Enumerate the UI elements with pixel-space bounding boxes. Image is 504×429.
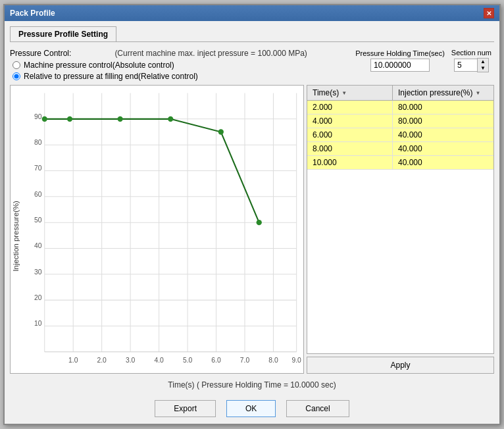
right-panel: Time(s) ▼ Injection pressure(%) ▼ 2.0008… <box>307 85 494 374</box>
cell-pressure: 40.000 <box>393 128 493 141</box>
spinner-down[interactable]: ▼ <box>478 65 488 72</box>
table-body: 2.00080.0004.00080.0006.00040.0008.00040… <box>307 101 493 353</box>
radio-relative[interactable]: Relative to pressure at filling end(Rela… <box>13 72 307 81</box>
svg-text:20: 20 <box>34 294 42 301</box>
chart-point <box>168 116 173 122</box>
pressure-control-label: Pressure Control: <box>10 49 71 58</box>
chart-svg: Injection pressure(%) <box>11 86 303 373</box>
svg-text:8.0: 8.0 <box>268 357 278 364</box>
svg-text:Injection pressure(%): Injection pressure(%) <box>12 201 20 272</box>
table-row[interactable]: 4.00080.000 <box>307 114 493 128</box>
pressure-control-section: Pressure Control: (Current machine max. … <box>10 49 307 81</box>
radio-absolute-input[interactable] <box>13 61 20 69</box>
cell-pressure: 40.000 <box>393 142 493 155</box>
svg-text:30: 30 <box>34 268 42 276</box>
section-num-input[interactable] <box>454 59 478 72</box>
col-time-arrow: ▼ <box>341 90 347 96</box>
cell-pressure: 80.000 <box>393 101 493 114</box>
svg-text:5.0: 5.0 <box>183 357 193 364</box>
cell-time: 10.000 <box>307 156 393 169</box>
cell-time: 6.000 <box>307 128 393 141</box>
svg-text:40: 40 <box>34 242 42 249</box>
holding-time-label: Pressure Holding Time(sec) <box>355 49 445 57</box>
bottom-buttons: Export OK Cancel <box>10 396 494 418</box>
radio-group: Machine pressure control(Absolute contro… <box>10 61 307 81</box>
section-num-wrapper: ▲ ▼ <box>454 58 489 72</box>
cell-pressure: 40.000 <box>393 156 493 169</box>
table-row[interactable]: 10.00040.000 <box>307 156 493 170</box>
tab-pressure-profile[interactable]: Pressure Profile Setting <box>10 26 116 41</box>
radio-relative-label: Relative to pressure at filling end(Rela… <box>24 72 198 81</box>
svg-text:6.0: 6.0 <box>211 357 221 364</box>
svg-text:10: 10 <box>34 320 42 327</box>
svg-text:9.0: 9.0 <box>291 357 301 364</box>
cell-time: 2.000 <box>307 101 393 114</box>
table-row[interactable]: 2.00080.000 <box>307 101 493 114</box>
svg-text:60: 60 <box>34 191 42 198</box>
radio-relative-input[interactable] <box>13 72 20 80</box>
col-pressure-arrow: ▼ <box>475 90 480 96</box>
window-content: Pressure Profile Setting Pressure Contro… <box>5 21 499 424</box>
table-row[interactable]: 8.00040.000 <box>307 142 493 156</box>
svg-text:1.0: 1.0 <box>68 357 78 364</box>
holding-time-group: Pressure Holding Time(sec) <box>355 49 445 72</box>
chart-point <box>67 116 72 122</box>
chart-point <box>257 220 262 225</box>
svg-text:70: 70 <box>34 165 42 172</box>
title-bar: Pack Profile ✕ <box>5 5 499 21</box>
radio-absolute[interactable]: Machine pressure control(Absolute contro… <box>13 61 307 70</box>
footer-info: Time(s) ( Pressure Holding Time = 10.000… <box>10 378 494 392</box>
top-row: Pressure Control: (Current machine max. … <box>10 49 494 81</box>
chart-area: Injection pressure(%) <box>10 85 304 374</box>
chart-point <box>218 129 224 134</box>
svg-text:50: 50 <box>34 216 42 224</box>
svg-text:7.0: 7.0 <box>240 357 250 364</box>
svg-text:2.0: 2.0 <box>97 357 107 364</box>
pressure-control-row: Pressure Control: (Current machine max. … <box>10 49 307 58</box>
section-num-group: Section num ▲ ▼ <box>451 49 491 72</box>
cell-time: 8.000 <box>307 142 393 155</box>
section-num-label: Section num <box>451 49 491 57</box>
export-button[interactable]: Export <box>155 400 216 417</box>
table-header: Time(s) ▼ Injection pressure(%) ▼ <box>307 86 493 101</box>
spinner-buttons: ▲ ▼ <box>477 58 489 72</box>
apply-button[interactable]: Apply <box>307 357 494 374</box>
cell-pressure: 80.000 <box>393 114 493 128</box>
col-time[interactable]: Time(s) ▼ <box>307 86 393 100</box>
holding-time-input[interactable] <box>370 59 430 72</box>
svg-text:80: 80 <box>34 139 42 146</box>
chart-point <box>117 116 122 122</box>
close-button[interactable]: ✕ <box>484 8 494 18</box>
spinner-up[interactable]: ▲ <box>478 59 488 65</box>
svg-text:3.0: 3.0 <box>126 357 136 364</box>
main-area: Injection pressure(%) <box>10 85 494 374</box>
table-row[interactable]: 6.00040.000 <box>307 128 493 142</box>
main-window: Pack Profile ✕ Pressure Profile Setting … <box>3 4 501 425</box>
cell-time: 4.000 <box>307 114 393 128</box>
holding-section: Pressure Holding Time(sec) Section num ▲… <box>355 49 494 72</box>
chart-point <box>42 116 47 122</box>
window-title: Pack Profile <box>10 9 55 18</box>
tab-bar: Pressure Profile Setting <box>10 26 494 42</box>
svg-text:4.0: 4.0 <box>154 357 164 364</box>
settings-area: Pressure Control: (Current machine max. … <box>10 49 494 81</box>
col-pressure[interactable]: Injection pressure(%) ▼ <box>393 86 493 100</box>
data-table: Time(s) ▼ Injection pressure(%) ▼ 2.0008… <box>307 85 494 354</box>
cancel-button[interactable]: Cancel <box>286 400 349 417</box>
ok-button[interactable]: OK <box>226 400 276 417</box>
pressure-control-info: (Current machine max. inject pressure = … <box>75 49 307 58</box>
radio-absolute-label: Machine pressure control(Absolute contro… <box>24 61 174 70</box>
svg-text:90: 90 <box>34 113 42 120</box>
